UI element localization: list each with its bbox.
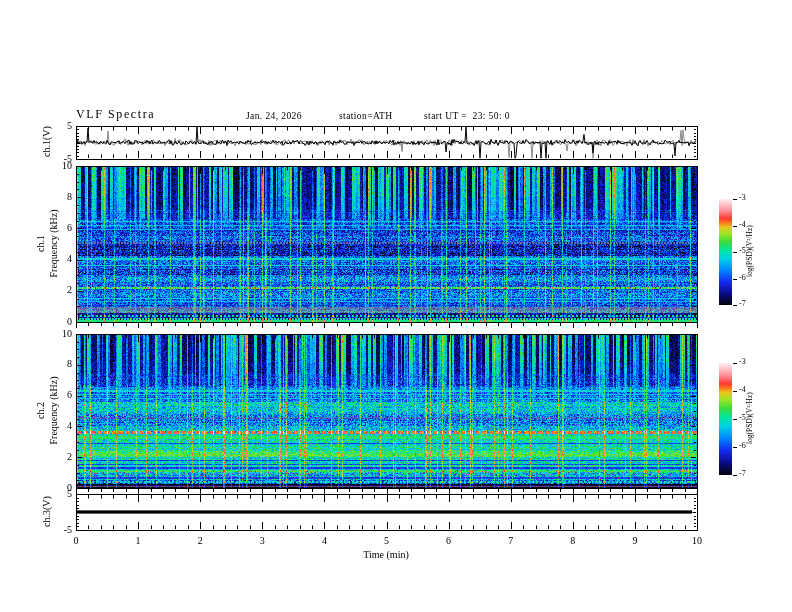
voltage-tick-label: -5 xyxy=(42,524,72,535)
freq-tick-label: 6 xyxy=(42,222,72,233)
x-tick-label: 8 xyxy=(558,535,588,546)
colorbar-tick-label: -4 xyxy=(739,221,746,230)
voltage-tick-label: 5 xyxy=(42,120,72,131)
freq-tick-label: 4 xyxy=(42,253,72,264)
page-title: VLF Spectra xyxy=(76,108,155,121)
x-tick-label: 3 xyxy=(247,535,277,546)
vlf-spectra-figure: VLF Spectra Jan. 24, 2026 station=ATH st… xyxy=(0,0,792,612)
spec2-frequency-axis-label: Frequency (kHz) xyxy=(48,361,59,461)
freq-tick-label: 0 xyxy=(42,316,72,327)
freq-tick-label: 8 xyxy=(42,191,72,202)
colorbar-tick-label: -6 xyxy=(739,274,746,283)
date-label: Jan. 24, 2026 xyxy=(246,111,302,121)
plot-canvas xyxy=(0,0,792,612)
colorbar2-unit-label: log(PSD)(V²/Hz) xyxy=(746,378,754,458)
x-tick-label: 9 xyxy=(620,535,650,546)
freq-tick-label: 10 xyxy=(42,160,72,171)
freq-tick-label: 4 xyxy=(42,420,72,431)
colorbar-tick-label: -5 xyxy=(739,247,746,256)
station-label: station=ATH xyxy=(339,111,393,121)
colorbar-tick-label: -7 xyxy=(739,300,746,309)
x-tick-label: 6 xyxy=(434,535,464,546)
colorbar-tick-label: -6 xyxy=(739,442,746,451)
x-tick-label: 10 xyxy=(682,535,712,546)
voltage-tick-label: 5 xyxy=(42,488,72,499)
time-axis-label: Time (min) xyxy=(336,549,436,560)
x-tick-label: 0 xyxy=(61,535,91,546)
colorbar-tick-label: -5 xyxy=(739,414,746,423)
x-tick-label: 7 xyxy=(496,535,526,546)
x-tick-label: 5 xyxy=(372,535,402,546)
x-tick-label: 1 xyxy=(123,535,153,546)
freq-tick-label: 2 xyxy=(42,451,72,462)
freq-tick-label: 2 xyxy=(42,284,72,295)
colorbar-tick-label: -4 xyxy=(739,386,746,395)
freq-tick-label: 8 xyxy=(42,358,72,369)
colorbar-tick-label: -7 xyxy=(739,470,746,479)
x-tick-label: 2 xyxy=(185,535,215,546)
x-tick-label: 4 xyxy=(309,535,339,546)
colorbar-tick-label: -3 xyxy=(739,358,746,367)
colorbar1-unit-label: log(PSD)(V²/Hz) xyxy=(746,211,754,291)
start-ut-label: start UT = 23: 50: 0 xyxy=(424,111,510,121)
spec1-frequency-axis-label: Frequency (kHz) xyxy=(48,194,59,294)
freq-tick-label: 6 xyxy=(42,389,72,400)
colorbar-tick-label: -3 xyxy=(739,194,746,203)
freq-tick-label: 10 xyxy=(42,328,72,339)
